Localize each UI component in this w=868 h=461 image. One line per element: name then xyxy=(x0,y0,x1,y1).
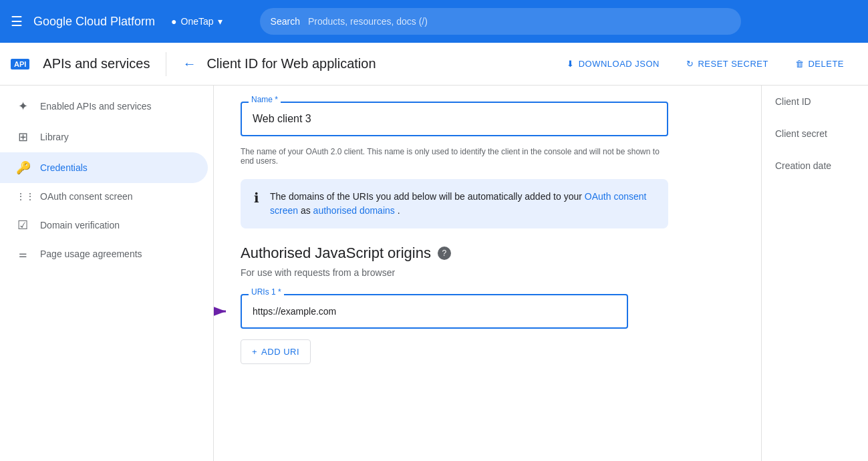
name-form-field: Name * xyxy=(241,102,734,136)
download-icon: ⬇ xyxy=(567,59,575,69)
delete-icon: 🗑 xyxy=(795,59,805,69)
sidebar-item-label: Enabled APIs and services xyxy=(40,101,152,112)
action-buttons: ⬇ DOWNLOAD JSON ↻ RESET SECRET 🗑 DELETE xyxy=(559,53,852,74)
enabled-apis-icon: ✦ xyxy=(16,99,29,114)
sidebar-item-label: Page usage agreements xyxy=(40,249,142,259)
add-uri-plus-icon: + xyxy=(252,347,257,357)
api-badge: API xyxy=(11,59,29,69)
js-origins-title: Authorised JavaScript origins xyxy=(241,245,431,262)
sidebar-item-label: OAuth consent screen xyxy=(40,191,133,202)
info-text-part1: The domains of the URIs you add below wi… xyxy=(270,191,585,202)
authorised-domains-link[interactable]: authorised domains xyxy=(313,205,395,216)
search-label: Search xyxy=(271,16,300,27)
info-text-part3: . xyxy=(398,205,400,216)
add-uri-label: ADD URI xyxy=(261,347,299,357)
client-id-label: Client ID xyxy=(775,96,855,107)
page-title: Client ID for Web application xyxy=(206,56,548,71)
arrow-annotation xyxy=(214,295,234,328)
uri-form-field: URIs 1 * xyxy=(241,294,734,329)
app-title: Google Cloud Platform xyxy=(33,15,155,29)
domain-verification-icon: ☑ xyxy=(16,218,29,233)
name-field-hint: The name of your OAuth 2.0 client. This … xyxy=(241,147,668,166)
sidebar-item-library[interactable]: ⊞ Library xyxy=(0,122,208,152)
sidebar-item-label: Domain verification xyxy=(40,220,120,230)
sidebar-item-label: Library xyxy=(40,132,69,142)
download-label: DOWNLOAD JSON xyxy=(579,59,660,69)
help-icon[interactable]: ? xyxy=(438,247,451,260)
project-dropdown-icon: ▾ xyxy=(218,16,223,27)
uri-field-wrapper: URIs 1 * xyxy=(241,294,734,329)
credentials-icon: 🔑 xyxy=(16,160,29,175)
main-content: Name * The name of your OAuth 2.0 client… xyxy=(214,86,761,461)
reset-label: RESET SECRET xyxy=(698,59,768,69)
uri-field-label: URIs 1 * xyxy=(249,287,284,297)
delete-button[interactable]: 🗑 DELETE xyxy=(787,53,852,74)
menu-icon[interactable]: ☰ xyxy=(11,13,23,29)
sidebar-item-page-usage[interactable]: ⚌ Page usage agreements xyxy=(0,241,208,267)
creation-date-label: Creation date xyxy=(775,160,855,171)
action-bar: API APIs and services ← Client ID for We… xyxy=(0,43,868,86)
project-name: OneTap xyxy=(181,16,214,27)
name-field-label: Name * xyxy=(249,95,281,104)
delete-label: DELETE xyxy=(808,59,844,69)
reset-icon: ↻ xyxy=(686,59,694,69)
info-box: ℹ The domains of the URIs you add below … xyxy=(241,179,668,228)
service-name: APIs and services xyxy=(43,56,150,71)
reset-secret-button[interactable]: ↻ RESET SECRET xyxy=(678,53,776,74)
sidebar-item-label: Credentials xyxy=(40,162,88,173)
search-bar[interactable]: Search xyxy=(260,8,741,35)
search-input[interactable] xyxy=(308,16,730,27)
info-text-part2: as xyxy=(301,205,313,216)
sidebar: ✦ Enabled APIs and services ⊞ Library 🔑 … xyxy=(0,86,214,461)
add-uri-button[interactable]: + ADD URI xyxy=(241,339,311,364)
divider xyxy=(166,52,166,76)
js-origins-sub: For use with requests from a browser xyxy=(241,267,734,278)
project-selector[interactable]: ● OneTap ▾ xyxy=(171,16,223,27)
download-json-button[interactable]: ⬇ DOWNLOAD JSON xyxy=(559,53,668,74)
back-button[interactable]: ← xyxy=(182,56,196,71)
name-input[interactable] xyxy=(241,102,668,136)
sidebar-item-enabled-apis[interactable]: ✦ Enabled APIs and services xyxy=(0,91,208,122)
project-dot-icon: ● xyxy=(171,16,176,27)
info-icon: ℹ xyxy=(254,190,259,206)
page-usage-icon: ⚌ xyxy=(16,249,29,259)
client-secret-label: Client secret xyxy=(775,128,855,139)
sidebar-item-domain-verification[interactable]: ☑ Domain verification xyxy=(0,210,208,241)
right-panel: Client ID Client secret Creation date xyxy=(761,86,868,461)
top-navigation-bar: ☰ Google Cloud Platform ● OneTap ▾ Searc… xyxy=(0,0,868,43)
library-icon: ⊞ xyxy=(16,130,29,144)
js-origins-heading: Authorised JavaScript origins ? xyxy=(241,245,734,262)
oauth-icon: ⋮⋮ xyxy=(16,191,29,202)
sidebar-item-oauth-consent[interactable]: ⋮⋮ OAuth consent screen xyxy=(0,183,208,210)
info-box-text: The domains of the URIs you add below wi… xyxy=(270,190,655,218)
main-layout: ✦ Enabled APIs and services ⊞ Library 🔑 … xyxy=(0,86,868,461)
uri-input[interactable] xyxy=(241,294,628,329)
sidebar-item-credentials[interactable]: 🔑 Credentials xyxy=(0,152,208,183)
